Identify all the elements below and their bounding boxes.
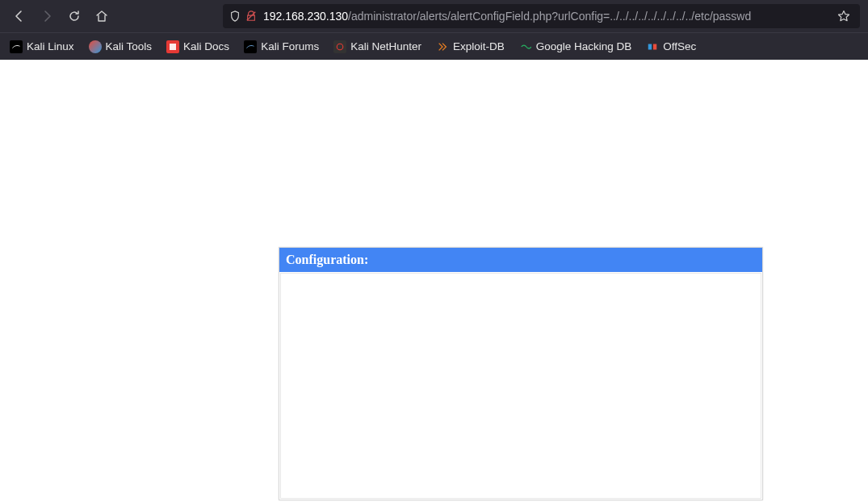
kali-docs-icon [166, 40, 179, 53]
reload-icon [68, 10, 81, 23]
security-indicators [229, 10, 257, 22]
kali-nethunter-icon [333, 40, 346, 53]
bookmark-label: Kali Docs [183, 40, 229, 52]
url-path: /administrator/alerts/alertConfigField.p… [348, 10, 751, 23]
configuration-panel: Configuration: [279, 247, 763, 500]
bookmark-kali-forums[interactable]: Kali Forums [242, 38, 321, 56]
configuration-body [280, 273, 761, 499]
bookmark-label: Kali Tools [106, 40, 153, 52]
url-text: 192.168.230.130/administrator/alerts/ale… [263, 10, 751, 23]
bookmark-kali-linux[interactable]: Kali Linux [8, 38, 76, 56]
browser-chrome: 192.168.230.130/administrator/alerts/ale… [0, 0, 868, 60]
bookmark-label: Kali NetHunter [350, 40, 421, 52]
bookmark-kali-docs[interactable]: Kali Docs [165, 38, 231, 56]
bookmark-label: Google Hacking DB [536, 40, 632, 52]
lock-insecure-icon[interactable] [245, 10, 257, 22]
star-icon [837, 10, 850, 23]
url-domain: 192.168.230.130 [263, 10, 348, 23]
address-bar[interactable]: 192.168.230.130/administrator/alerts/ale… [223, 4, 860, 28]
bookmark-exploit-db[interactable]: Exploit-DB [434, 38, 506, 56]
bookmark-label: Exploit-DB [453, 40, 505, 52]
bookmark-google-hacking-db[interactable]: Google Hacking DB [518, 38, 634, 56]
svg-point-2 [337, 44, 343, 50]
bookmark-star-button[interactable] [834, 10, 853, 23]
page-content: Configuration: [0, 60, 868, 502]
offsec-icon [646, 40, 659, 53]
bookmark-label: Kali Linux [27, 40, 74, 52]
bookmark-kali-tools[interactable]: Kali Tools [87, 38, 154, 56]
bookmark-label: Kali Forums [261, 40, 319, 52]
arrow-left-icon [13, 10, 26, 23]
kali-tools-icon [89, 40, 102, 53]
navigation-toolbar: 192.168.230.130/administrator/alerts/ale… [0, 0, 868, 32]
reload-button[interactable] [63, 5, 86, 27]
shield-icon[interactable] [229, 10, 241, 22]
home-icon [95, 10, 108, 23]
svg-rect-1 [170, 44, 176, 50]
svg-rect-3 [648, 44, 652, 49]
arrow-right-icon [40, 10, 53, 23]
configuration-header: Configuration: [279, 248, 762, 272]
forward-button[interactable] [36, 5, 58, 27]
back-button[interactable] [8, 5, 31, 27]
bookmark-offsec[interactable]: OffSec [644, 38, 698, 56]
svg-rect-4 [653, 44, 656, 49]
bookmark-kali-nethunter[interactable]: Kali NetHunter [332, 38, 423, 56]
ghdb-icon [519, 40, 532, 53]
kali-forums-icon [244, 40, 257, 53]
bookmark-label: OffSec [663, 40, 696, 52]
exploit-db-icon [436, 40, 449, 53]
bookmarks-bar: Kali Linux Kali Tools Kali Docs Kali For… [0, 32, 868, 60]
home-button[interactable] [90, 5, 113, 27]
kali-linux-icon [10, 40, 23, 53]
